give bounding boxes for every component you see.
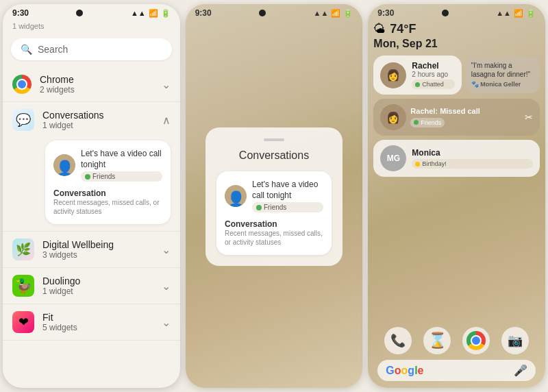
chrome-dock-icon xyxy=(466,331,486,350)
monica-birthday-info: Monica Birthday! xyxy=(412,148,533,169)
dock-chrome-icon[interactable] xyxy=(462,327,490,354)
friends-dot xyxy=(85,174,90,180)
dock-camera-icon[interactable]: 📷 xyxy=(501,327,529,354)
wellbeing-info: Digital Wellbeing 3 widgets xyxy=(42,239,153,260)
phone-3: 9:30 ▲▲ 📶 🔋 🌤 74°F Mon, Sep 21 👩 xyxy=(368,4,545,388)
conversation-widgets: 👩 Rachel 2 hours ago Chatted "I'm ma xyxy=(373,56,540,321)
search-bar[interactable]: 🔍 Search xyxy=(11,38,172,60)
weather-date: Mon, Sep 21 xyxy=(373,38,540,50)
wellbeing-name: Digital Wellbeing xyxy=(42,239,153,250)
google-logo: Google xyxy=(386,365,423,377)
phone2-friends-badge: Friends xyxy=(252,202,323,212)
status-icons-1: ▲▲ 📶 🔋 xyxy=(131,9,171,18)
top-strip-1: 1 widgets xyxy=(3,19,180,34)
rachel-widget[interactable]: 👩 Rachel 2 hours ago Chatted xyxy=(373,56,461,95)
missed-call-avatar: 👩 xyxy=(380,104,406,130)
sheet-handle xyxy=(264,138,284,141)
monica-message-bubble[interactable]: "I'm making a lasagna for dinner!" 🐾 Mon… xyxy=(466,57,540,93)
battery-icon: 🔋 xyxy=(161,9,171,18)
phone2-friends-label: Friends xyxy=(264,204,286,211)
widget-label: Conversation xyxy=(53,188,106,198)
rachel-status-text: Chatted xyxy=(422,81,444,88)
conversations-sheet: Conversations Let's have a video call to… xyxy=(206,127,342,266)
duolingo-icon: 🦆 xyxy=(12,275,34,297)
rachel-sub: 2 hours ago xyxy=(412,71,454,78)
dock-phone-icon[interactable]: 📞 xyxy=(384,327,412,354)
wifi-icon-2: 📶 xyxy=(331,9,340,18)
chrome-chevron[interactable]: ⌄ xyxy=(162,78,171,91)
missed-call-content: 👩 Rachel: Missed call Friends xyxy=(380,104,519,130)
monica-avatar: MG xyxy=(380,145,406,171)
time-2: 9:30 xyxy=(195,8,212,18)
camera-notch-1 xyxy=(76,10,83,16)
fit-icon: ❤ xyxy=(12,311,34,333)
chrome-row[interactable]: Chrome 2 widgets ⌄ xyxy=(3,67,180,101)
wellbeing-row[interactable]: 🌿 Digital Wellbeing 3 widgets ⌄ xyxy=(3,232,180,267)
phone2-content: Conversations Let's have a video call to… xyxy=(186,19,363,388)
camera-notch-2 xyxy=(259,10,266,16)
wellbeing-widgets: 3 widgets xyxy=(42,250,153,260)
missed-call-group: Friends xyxy=(410,118,445,127)
mic-icon[interactable]: 🎤 xyxy=(514,364,527,377)
phone2-widget-card[interactable]: Let's have a video call tonight Friends … xyxy=(216,171,332,255)
widget-convo-text-wrap: Let's have a video call tonight Friends xyxy=(81,149,162,182)
fit-name: Fit xyxy=(42,312,153,323)
monica-sender: 🐾 Monica Geller xyxy=(471,81,534,89)
dock-clock-icon[interactable]: ⌛ xyxy=(423,327,451,354)
fit-section: ❤ Fit 5 widgets ⌄ xyxy=(3,304,180,341)
fit-widgets: 5 widgets xyxy=(42,323,153,332)
weather-row: 🌤 74°F xyxy=(373,22,540,36)
birthday-dot xyxy=(415,162,420,167)
monica-birthday-widget[interactable]: MG Monica Birthday! xyxy=(373,140,540,177)
conversations-widgets: 1 widget xyxy=(42,121,154,130)
sheet-title: Conversations xyxy=(216,149,332,162)
conversations-chevron[interactable]: ∧ xyxy=(162,114,171,127)
weather-icon: 🌤 xyxy=(373,22,386,36)
top-row-bubbles: 👩 Rachel 2 hours ago Chatted "I'm ma xyxy=(373,56,540,95)
missed-call-icon: ✂ xyxy=(525,112,533,123)
status-icons-3: ▲▲ 📶 🔋 xyxy=(496,9,536,18)
phone2-widget-convo-row: Let's have a video call tonight Friends xyxy=(225,180,323,212)
missed-group-text: Friends xyxy=(421,119,441,126)
status-bar-1: 9:30 ▲▲ 📶 🔋 xyxy=(3,4,180,19)
conversations-widget-card[interactable]: Let's have a video call tonight Friends … xyxy=(45,140,171,224)
missed-name: Rachel: Missed call xyxy=(410,107,519,115)
widget-convo-text: Let's have a video call tonight xyxy=(81,149,162,170)
rachel-status-dot xyxy=(415,82,420,87)
monica-bubble-wrap: "I'm making a lasagna for dinner!" 🐾 Mon… xyxy=(466,56,540,95)
duolingo-chevron[interactable]: ⌄ xyxy=(162,280,171,293)
signal-icon-2: ▲▲ xyxy=(314,9,329,17)
chrome-widgets: 2 widgets xyxy=(40,85,153,95)
missed-call-widget[interactable]: 👩 Rachel: Missed call Friends ✂ xyxy=(373,99,540,136)
weather-temp: 74°F xyxy=(390,22,416,36)
phone3-content: 🌤 74°F Mon, Sep 21 👩 Rachel 2 hours ago xyxy=(368,19,545,388)
phone2-convo-text-wrap: Let's have a video call tonight Friends xyxy=(252,180,323,212)
rachel-status: Chatted xyxy=(412,79,454,89)
fit-chevron[interactable]: ⌄ xyxy=(162,316,171,329)
conversations-section: 💬 Conversations 1 widget ∧ Let's have a … xyxy=(3,102,180,232)
phone2-avatar-silhouette xyxy=(225,185,247,207)
fit-info: Fit 5 widgets xyxy=(42,312,153,332)
birthday-label: Birthday! xyxy=(422,160,447,167)
search-icon: 🔍 xyxy=(21,44,32,55)
time-3: 9:30 xyxy=(377,8,394,18)
chrome-section: Chrome 2 widgets ⌄ xyxy=(3,67,180,102)
wellbeing-section: 🌿 Digital Wellbeing 3 widgets ⌄ xyxy=(3,232,180,268)
duolingo-row[interactable]: 🦆 Duolingo 1 widget ⌄ xyxy=(3,268,180,304)
wifi-icon-3: 📶 xyxy=(514,9,523,18)
widget-avatar xyxy=(53,154,75,176)
search-label[interactable]: Search xyxy=(38,44,68,55)
phone-2: 9:30 ▲▲ 📶 🔋 Conversations Let's have a v… xyxy=(186,4,363,388)
phone-1: 9:30 ▲▲ 📶 🔋 1 widgets 🔍 Search Chrome 2 … xyxy=(3,4,180,388)
duolingo-section: 🦆 Duolingo 1 widget ⌄ xyxy=(3,268,180,304)
friends-badge: Friends xyxy=(81,171,162,182)
google-search-bar[interactable]: Google 🎤 xyxy=(377,360,536,381)
avatar-silhouette xyxy=(53,154,75,176)
status-bar-2: 9:30 ▲▲ 📶 🔋 xyxy=(186,4,363,19)
conversations-row[interactable]: 💬 Conversations 1 widget ∧ xyxy=(3,102,180,138)
conversations-info: Conversations 1 widget xyxy=(42,110,154,130)
fit-row[interactable]: ❤ Fit 5 widgets ⌄ xyxy=(3,304,180,340)
widget-convo-row: Let's have a video call tonight Friends xyxy=(53,149,162,182)
wellbeing-chevron[interactable]: ⌄ xyxy=(162,243,171,256)
conversations-name: Conversations xyxy=(42,110,154,121)
